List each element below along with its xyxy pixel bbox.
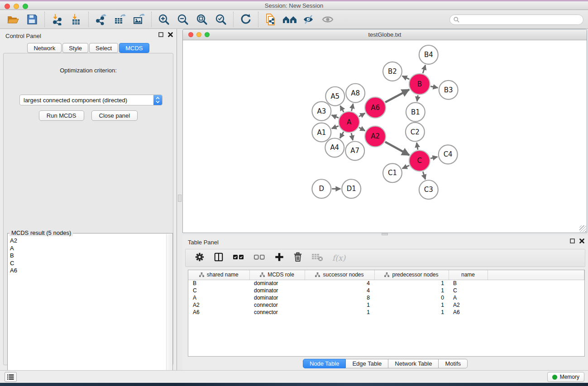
graph-edge[interactable]	[417, 143, 418, 150]
list-scrollbar[interactable]	[166, 234, 172, 385]
table-row[interactable]: Cdominator41C	[188, 287, 584, 294]
float-panel-icon[interactable]	[158, 32, 163, 37]
column-header-successor-nodes[interactable]: successor nodes	[305, 270, 374, 280]
list-item[interactable]: A2	[10, 237, 166, 245]
zoom-selected-button[interactable]	[211, 11, 230, 28]
float-panel-icon[interactable]	[570, 238, 575, 243]
network-window-titlebar[interactable]: testGlobe.txt	[183, 29, 587, 40]
graph-edge[interactable]	[423, 172, 425, 179]
column-header-predecessor-nodes[interactable]: predecessor nodes	[374, 270, 449, 280]
graph-edge[interactable]	[430, 86, 438, 88]
network-canvas[interactable]: B4B2BB3A5A8A6A3B1AA1C2A2A4A7C4CC1C3DD1	[183, 40, 587, 233]
graph-node-C4[interactable]: C4	[439, 145, 458, 164]
column-header-mcds-role[interactable]: MCDS role	[249, 270, 305, 280]
graph-node-C3[interactable]: C3	[419, 180, 438, 199]
graph-edge[interactable]	[332, 126, 339, 129]
graph-node-A5[interactable]: A5	[325, 87, 344, 106]
table-row[interactable]: A2connector11A2	[188, 301, 584, 309]
graph-edge[interactable]	[385, 90, 409, 102]
import-network-button[interactable]	[48, 11, 67, 28]
export-network-button[interactable]	[91, 11, 110, 28]
memory-button[interactable]: Memory	[547, 372, 584, 382]
export-table-button[interactable]	[110, 11, 129, 28]
graph-edge[interactable]	[359, 128, 365, 131]
graph-edge[interactable]	[417, 95, 418, 101]
graph-edge[interactable]	[430, 157, 437, 158]
graph-node-A3[interactable]: A3	[312, 102, 331, 121]
tab-edge-table[interactable]: Edge Table	[346, 359, 388, 368]
save-session-button[interactable]	[23, 11, 42, 28]
close-panel-icon[interactable]	[168, 32, 173, 37]
graph-node-A1[interactable]: A1	[312, 123, 331, 142]
graph-edge[interactable]	[359, 113, 365, 116]
list-item[interactable]: A6	[10, 267, 166, 275]
graph-edge[interactable]	[340, 106, 344, 112]
graph-node-C[interactable]: C	[409, 150, 430, 171]
zoom-fit-button[interactable]	[192, 11, 211, 28]
graph-node-C1[interactable]: C1	[383, 163, 402, 182]
tab-style[interactable]: Style	[62, 43, 88, 53]
delete-column-button[interactable]	[293, 252, 302, 264]
splitter-grip[interactable]	[178, 195, 182, 202]
graph-node-A7[interactable]: A7	[345, 141, 364, 160]
graph-node-A6[interactable]: A6	[365, 97, 386, 118]
graph-node-B3[interactable]: B3	[439, 81, 458, 100]
table-row[interactable]: A6connector11A6	[188, 309, 584, 316]
network-overview-button[interactable]	[280, 11, 299, 28]
tab-motifs[interactable]: Motifs	[439, 359, 468, 368]
table-settings-button[interactable]	[195, 252, 205, 264]
open-session-button[interactable]	[4, 11, 23, 28]
graph-node-B[interactable]: B	[409, 74, 430, 95]
graph-edge[interactable]	[402, 76, 410, 79]
window-resize-grip[interactable]	[579, 225, 586, 232]
list-item[interactable]: B	[10, 252, 166, 260]
create-column-button[interactable]	[274, 252, 284, 264]
graph-edge[interactable]	[352, 104, 354, 111]
list-item[interactable]: C	[10, 260, 166, 267]
vertical-splitter[interactable]	[177, 29, 182, 370]
graph-node-A8[interactable]: A8	[346, 84, 365, 103]
show-panels-button[interactable]	[5, 372, 17, 382]
run-mcds-button[interactable]: Run MCDS	[39, 110, 84, 121]
graph-edge[interactable]	[402, 166, 409, 169]
close-panel-button[interactable]: Close panel	[91, 110, 138, 121]
export-image-button[interactable]	[129, 11, 148, 28]
tab-network-table[interactable]: Network Table	[388, 359, 439, 368]
zoom-out-button[interactable]	[173, 11, 192, 28]
network-graph[interactable]: B4B2BB3A5A8A6A3B1AA1C2A2A4A7C4CC1C3DD1	[183, 40, 587, 233]
graph-node-C2[interactable]: C2	[406, 123, 425, 142]
graph-node-A[interactable]: A	[339, 112, 359, 133]
close-panel-icon[interactable]	[579, 238, 584, 243]
function-builder-button[interactable]: f(x)	[332, 253, 345, 262]
graph-edge[interactable]	[332, 115, 339, 118]
tab-network[interactable]: Network	[27, 43, 62, 53]
graph-edge[interactable]	[385, 142, 409, 155]
graph-node-A4[interactable]: A4	[325, 138, 344, 157]
eye-button[interactable]	[318, 11, 337, 28]
graph-edge[interactable]	[340, 132, 344, 138]
column-header-shared-name[interactable]: shared name	[188, 270, 249, 280]
column-header-name[interactable]: name	[449, 270, 488, 280]
graph-node-B2[interactable]: B2	[383, 62, 402, 81]
optimization-criterion-dropdown[interactable]: largest connected component (directed)	[19, 95, 163, 105]
tab-mcds[interactable]: MCDS	[119, 43, 149, 53]
delete-table-button[interactable]	[311, 253, 323, 263]
graph-edge[interactable]	[351, 133, 353, 140]
graph-node-D[interactable]: D	[312, 179, 331, 198]
graph-node-B4[interactable]: B4	[419, 45, 438, 64]
search-input[interactable]	[462, 16, 579, 23]
import-table-button[interactable]	[67, 11, 86, 28]
toggle-visibility-button[interactable]	[299, 11, 318, 28]
table-row[interactable]: Bdominator41B	[188, 280, 584, 287]
list-item[interactable]: A	[10, 245, 166, 253]
clone-network-button[interactable]	[261, 11, 280, 28]
tab-select[interactable]: Select	[89, 43, 118, 53]
show-columns-button[interactable]	[214, 252, 224, 264]
graph-edge[interactable]	[423, 65, 425, 73]
graph-node-B1[interactable]: B1	[406, 103, 425, 122]
table-row[interactable]: Adominator80A	[188, 294, 584, 301]
refresh-layout-button[interactable]	[236, 11, 255, 28]
select-all-columns-button[interactable]	[233, 253, 244, 263]
deselect-all-columns-button[interactable]	[253, 253, 265, 263]
graph-node-A2[interactable]: A2	[365, 126, 386, 147]
